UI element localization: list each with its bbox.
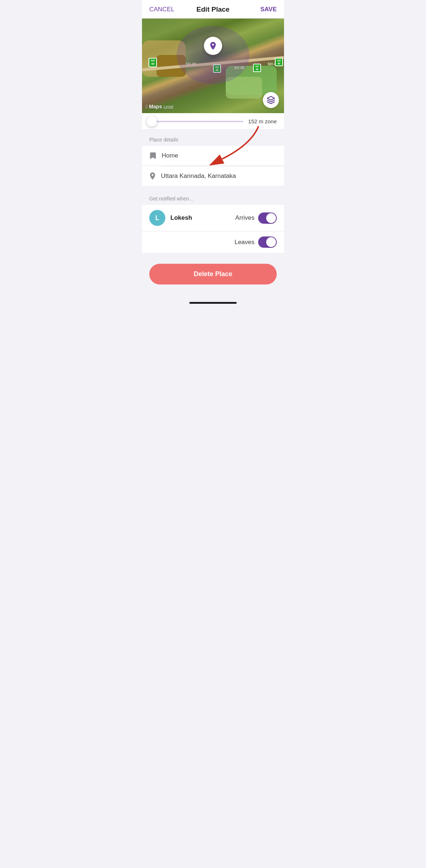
- delete-place-button[interactable]: Delete Place: [149, 264, 277, 284]
- road-sign-5: SH48: [253, 64, 261, 72]
- section-title-notifications: Get notified when...: [149, 196, 193, 202]
- map-logo:  Maps Legal: [146, 104, 173, 110]
- notifications-card: L Lokesh Arrives Leaves: [142, 205, 284, 253]
- zone-label: 152 m zone: [248, 118, 277, 124]
- place-location-value: Uttara Kannada, Karnataka: [161, 172, 236, 180]
- map-view[interactable]: SH48 SH 48 SH48 SH 48 SH48 SH 48 SH48  …: [142, 19, 284, 113]
- arrives-toggle-thumb: [266, 213, 276, 223]
- layers-button[interactable]: [263, 92, 279, 108]
- leaves-toggle[interactable]: [258, 236, 277, 248]
- delete-section: Delete Place: [142, 253, 284, 299]
- arrives-toggle[interactable]: [258, 212, 277, 224]
- place-name-row[interactable]: Home: [142, 146, 284, 166]
- home-indicator: [142, 299, 284, 307]
- section-title-place-details: Place details: [149, 137, 178, 143]
- page-title: Edit Place: [197, 5, 230, 13]
- apple-icon: : [146, 104, 147, 110]
- person-name: Lokesh: [170, 214, 235, 222]
- bookmark-icon: [149, 152, 157, 160]
- person-avatar: L: [149, 210, 165, 226]
- save-button[interactable]: SAVE: [260, 6, 277, 13]
- arrives-label: Arrives: [235, 214, 255, 222]
- cancel-button[interactable]: CANCEL: [149, 6, 174, 13]
- notifications-header: Get notified when...: [142, 189, 284, 205]
- place-details-header: Place details: [142, 130, 284, 146]
- home-bar: [189, 302, 237, 304]
- zone-overlay: [177, 26, 249, 84]
- place-details-card: Home Uttara Kannada, Karnataka: [142, 146, 284, 186]
- road-sign-7: SH48: [275, 58, 283, 66]
- leaves-row: Leaves: [142, 231, 284, 253]
- location-icon: [149, 172, 156, 180]
- legal-link[interactable]: Legal: [163, 104, 173, 109]
- place-name-value: Home: [162, 152, 178, 159]
- person-arrives-row: L Lokesh Arrives: [142, 205, 284, 231]
- road-sign-1: SH48: [149, 58, 157, 67]
- place-location-row[interactable]: Uttara Kannada, Karnataka: [142, 166, 284, 186]
- location-pin[interactable]: [204, 37, 222, 55]
- leaves-toggle-thumb: [266, 237, 276, 247]
- zone-slider[interactable]: [149, 121, 243, 122]
- maps-label: Maps: [149, 104, 162, 110]
- location-row-container: Uttara Kannada, Karnataka: [142, 166, 284, 186]
- zone-slider-row: 152 m zone: [142, 113, 284, 130]
- leaves-label: Leaves: [234, 239, 255, 246]
- slider-thumb[interactable]: [147, 116, 157, 127]
- nav-bar: CANCEL Edit Place SAVE: [142, 0, 284, 19]
